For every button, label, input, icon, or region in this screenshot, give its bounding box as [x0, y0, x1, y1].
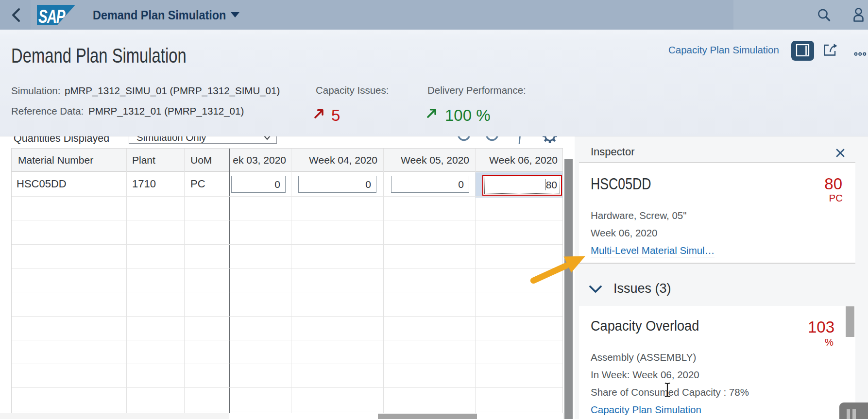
svg-text:SAP: SAP [38, 5, 66, 25]
